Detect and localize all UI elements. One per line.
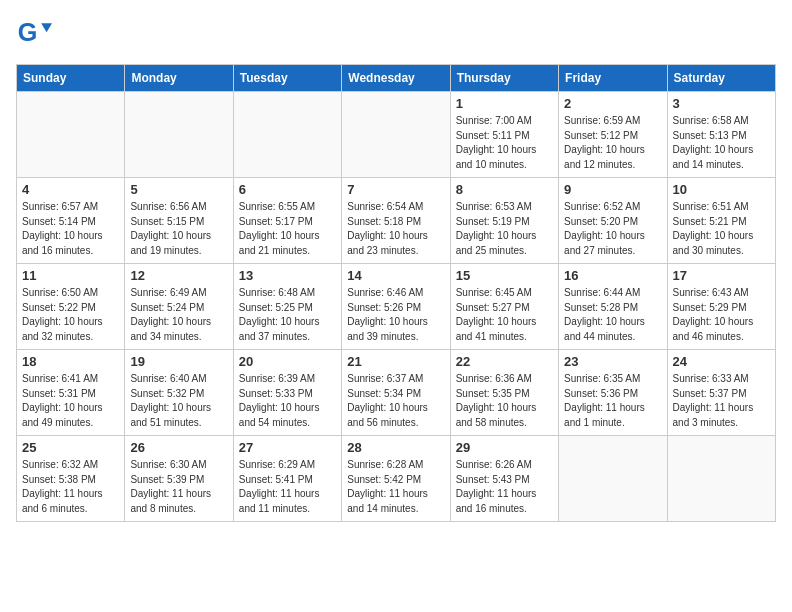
day-info: Sunrise: 7:00 AM Sunset: 5:11 PM Dayligh…	[456, 114, 553, 172]
weekday-header-saturday: Saturday	[667, 65, 775, 92]
day-info: Sunrise: 6:32 AM Sunset: 5:38 PM Dayligh…	[22, 458, 119, 516]
day-info: Sunrise: 6:30 AM Sunset: 5:39 PM Dayligh…	[130, 458, 227, 516]
calendar-cell: 9Sunrise: 6:52 AM Sunset: 5:20 PM Daylig…	[559, 178, 667, 264]
day-info: Sunrise: 6:45 AM Sunset: 5:27 PM Dayligh…	[456, 286, 553, 344]
day-number: 20	[239, 354, 336, 369]
calendar-cell: 24Sunrise: 6:33 AM Sunset: 5:37 PM Dayli…	[667, 350, 775, 436]
day-info: Sunrise: 6:49 AM Sunset: 5:24 PM Dayligh…	[130, 286, 227, 344]
calendar-cell: 4Sunrise: 6:57 AM Sunset: 5:14 PM Daylig…	[17, 178, 125, 264]
calendar-cell: 7Sunrise: 6:54 AM Sunset: 5:18 PM Daylig…	[342, 178, 450, 264]
day-info: Sunrise: 6:55 AM Sunset: 5:17 PM Dayligh…	[239, 200, 336, 258]
calendar-cell: 22Sunrise: 6:36 AM Sunset: 5:35 PM Dayli…	[450, 350, 558, 436]
calendar-cell: 18Sunrise: 6:41 AM Sunset: 5:31 PM Dayli…	[17, 350, 125, 436]
day-info: Sunrise: 6:26 AM Sunset: 5:43 PM Dayligh…	[456, 458, 553, 516]
day-info: Sunrise: 6:54 AM Sunset: 5:18 PM Dayligh…	[347, 200, 444, 258]
day-number: 4	[22, 182, 119, 197]
calendar-table: SundayMondayTuesdayWednesdayThursdayFrid…	[16, 64, 776, 522]
calendar-cell	[233, 92, 341, 178]
calendar-cell: 11Sunrise: 6:50 AM Sunset: 5:22 PM Dayli…	[17, 264, 125, 350]
calendar-cell: 1Sunrise: 7:00 AM Sunset: 5:11 PM Daylig…	[450, 92, 558, 178]
day-number: 2	[564, 96, 661, 111]
day-number: 9	[564, 182, 661, 197]
weekday-header-wednesday: Wednesday	[342, 65, 450, 92]
calendar-week-3: 11Sunrise: 6:50 AM Sunset: 5:22 PM Dayli…	[17, 264, 776, 350]
day-info: Sunrise: 6:28 AM Sunset: 5:42 PM Dayligh…	[347, 458, 444, 516]
day-number: 29	[456, 440, 553, 455]
day-number: 24	[673, 354, 770, 369]
day-number: 16	[564, 268, 661, 283]
calendar-cell	[559, 436, 667, 522]
day-number: 19	[130, 354, 227, 369]
calendar-week-1: 1Sunrise: 7:00 AM Sunset: 5:11 PM Daylig…	[17, 92, 776, 178]
day-info: Sunrise: 6:56 AM Sunset: 5:15 PM Dayligh…	[130, 200, 227, 258]
day-info: Sunrise: 6:33 AM Sunset: 5:37 PM Dayligh…	[673, 372, 770, 430]
day-number: 22	[456, 354, 553, 369]
calendar-cell: 16Sunrise: 6:44 AM Sunset: 5:28 PM Dayli…	[559, 264, 667, 350]
day-info: Sunrise: 6:48 AM Sunset: 5:25 PM Dayligh…	[239, 286, 336, 344]
day-info: Sunrise: 6:53 AM Sunset: 5:19 PM Dayligh…	[456, 200, 553, 258]
calendar-cell	[342, 92, 450, 178]
calendar-cell	[667, 436, 775, 522]
day-number: 3	[673, 96, 770, 111]
weekday-header-friday: Friday	[559, 65, 667, 92]
calendar-cell: 2Sunrise: 6:59 AM Sunset: 5:12 PM Daylig…	[559, 92, 667, 178]
day-number: 11	[22, 268, 119, 283]
calendar-cell: 14Sunrise: 6:46 AM Sunset: 5:26 PM Dayli…	[342, 264, 450, 350]
day-info: Sunrise: 6:36 AM Sunset: 5:35 PM Dayligh…	[456, 372, 553, 430]
svg-text:G: G	[18, 18, 38, 46]
calendar-cell: 28Sunrise: 6:28 AM Sunset: 5:42 PM Dayli…	[342, 436, 450, 522]
calendar-week-5: 25Sunrise: 6:32 AM Sunset: 5:38 PM Dayli…	[17, 436, 776, 522]
day-number: 13	[239, 268, 336, 283]
day-number: 10	[673, 182, 770, 197]
weekday-header-thursday: Thursday	[450, 65, 558, 92]
calendar-cell: 3Sunrise: 6:58 AM Sunset: 5:13 PM Daylig…	[667, 92, 775, 178]
day-number: 6	[239, 182, 336, 197]
calendar-cell: 13Sunrise: 6:48 AM Sunset: 5:25 PM Dayli…	[233, 264, 341, 350]
day-info: Sunrise: 6:40 AM Sunset: 5:32 PM Dayligh…	[130, 372, 227, 430]
calendar-cell: 21Sunrise: 6:37 AM Sunset: 5:34 PM Dayli…	[342, 350, 450, 436]
weekday-header-row: SundayMondayTuesdayWednesdayThursdayFrid…	[17, 65, 776, 92]
calendar-cell: 15Sunrise: 6:45 AM Sunset: 5:27 PM Dayli…	[450, 264, 558, 350]
calendar-cell	[125, 92, 233, 178]
day-info: Sunrise: 6:43 AM Sunset: 5:29 PM Dayligh…	[673, 286, 770, 344]
day-info: Sunrise: 6:41 AM Sunset: 5:31 PM Dayligh…	[22, 372, 119, 430]
svg-marker-1	[41, 23, 52, 32]
calendar-cell: 29Sunrise: 6:26 AM Sunset: 5:43 PM Dayli…	[450, 436, 558, 522]
calendar-cell: 27Sunrise: 6:29 AM Sunset: 5:41 PM Dayli…	[233, 436, 341, 522]
day-number: 18	[22, 354, 119, 369]
day-info: Sunrise: 6:51 AM Sunset: 5:21 PM Dayligh…	[673, 200, 770, 258]
day-number: 15	[456, 268, 553, 283]
day-info: Sunrise: 6:58 AM Sunset: 5:13 PM Dayligh…	[673, 114, 770, 172]
day-number: 25	[22, 440, 119, 455]
day-info: Sunrise: 6:37 AM Sunset: 5:34 PM Dayligh…	[347, 372, 444, 430]
calendar-cell: 10Sunrise: 6:51 AM Sunset: 5:21 PM Dayli…	[667, 178, 775, 264]
day-info: Sunrise: 6:44 AM Sunset: 5:28 PM Dayligh…	[564, 286, 661, 344]
day-info: Sunrise: 6:39 AM Sunset: 5:33 PM Dayligh…	[239, 372, 336, 430]
calendar-week-4: 18Sunrise: 6:41 AM Sunset: 5:31 PM Dayli…	[17, 350, 776, 436]
day-info: Sunrise: 6:52 AM Sunset: 5:20 PM Dayligh…	[564, 200, 661, 258]
logo-icon: G	[16, 16, 52, 52]
calendar-cell: 19Sunrise: 6:40 AM Sunset: 5:32 PM Dayli…	[125, 350, 233, 436]
calendar-cell: 8Sunrise: 6:53 AM Sunset: 5:19 PM Daylig…	[450, 178, 558, 264]
day-number: 26	[130, 440, 227, 455]
day-number: 14	[347, 268, 444, 283]
day-number: 7	[347, 182, 444, 197]
calendar-cell: 26Sunrise: 6:30 AM Sunset: 5:39 PM Dayli…	[125, 436, 233, 522]
calendar-cell: 12Sunrise: 6:49 AM Sunset: 5:24 PM Dayli…	[125, 264, 233, 350]
day-info: Sunrise: 6:57 AM Sunset: 5:14 PM Dayligh…	[22, 200, 119, 258]
day-info: Sunrise: 6:29 AM Sunset: 5:41 PM Dayligh…	[239, 458, 336, 516]
day-number: 21	[347, 354, 444, 369]
day-info: Sunrise: 6:50 AM Sunset: 5:22 PM Dayligh…	[22, 286, 119, 344]
day-info: Sunrise: 6:59 AM Sunset: 5:12 PM Dayligh…	[564, 114, 661, 172]
weekday-header-sunday: Sunday	[17, 65, 125, 92]
calendar-cell: 5Sunrise: 6:56 AM Sunset: 5:15 PM Daylig…	[125, 178, 233, 264]
calendar-cell: 6Sunrise: 6:55 AM Sunset: 5:17 PM Daylig…	[233, 178, 341, 264]
calendar-cell: 25Sunrise: 6:32 AM Sunset: 5:38 PM Dayli…	[17, 436, 125, 522]
day-number: 28	[347, 440, 444, 455]
day-number: 1	[456, 96, 553, 111]
day-number: 23	[564, 354, 661, 369]
calendar-cell: 20Sunrise: 6:39 AM Sunset: 5:33 PM Dayli…	[233, 350, 341, 436]
calendar-week-2: 4Sunrise: 6:57 AM Sunset: 5:14 PM Daylig…	[17, 178, 776, 264]
calendar-cell: 17Sunrise: 6:43 AM Sunset: 5:29 PM Dayli…	[667, 264, 775, 350]
logo: G	[16, 16, 56, 52]
